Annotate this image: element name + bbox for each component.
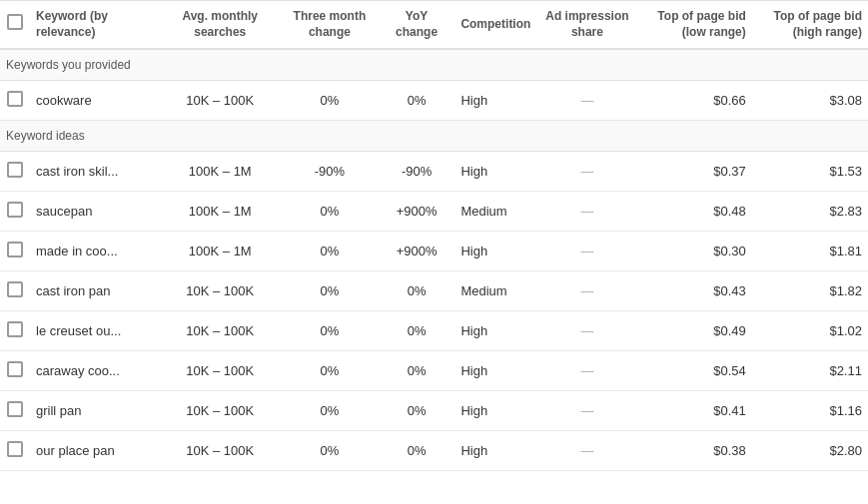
header-bid-high: Top of page bid (high range): [752, 1, 868, 50]
row-yoy: +900%: [379, 232, 455, 271]
row-bid-high: $2.80: [752, 431, 868, 471]
row-checkbox[interactable]: [7, 361, 23, 377]
header-bid-low: Top of page bid (low range): [638, 1, 752, 50]
row-checkbox-cell: [0, 81, 30, 121]
section-label: Keywords you provided: [0, 49, 868, 81]
row-ad-impression: —: [536, 271, 637, 311]
row-bid-low: $0.37: [638, 152, 752, 192]
row-checkbox-cell: [0, 192, 30, 232]
row-three-month: 0%: [281, 81, 379, 121]
header-checkbox-col: [0, 1, 30, 50]
row-keyword: le creuset ou...: [30, 311, 159, 351]
header-yoy: YoY change: [379, 1, 455, 50]
row-three-month: 0%: [281, 391, 379, 431]
row-yoy: +900%: [379, 192, 455, 232]
row-bid-high: $1.02: [752, 311, 868, 351]
section-label: Keyword ideas: [0, 121, 868, 152]
table-row: cast iron skil... 100K – 1M -90% -90% Hi…: [0, 152, 868, 192]
row-checkbox-cell: [0, 351, 30, 391]
row-bid-low: $0.66: [638, 81, 752, 121]
row-monthly: 100K – 1M: [159, 232, 281, 271]
row-checkbox[interactable]: [7, 321, 23, 337]
row-bid-low: $0.48: [638, 192, 752, 232]
row-competition: High: [454, 232, 536, 271]
row-ad-impression: —: [536, 192, 637, 232]
table-row: cast iron pan 10K – 100K 0% 0% Medium — …: [0, 271, 868, 311]
row-checkbox-cell: [0, 152, 30, 192]
row-keyword: caraway coo...: [30, 351, 159, 391]
row-keyword: saucepan: [30, 192, 159, 232]
row-yoy: 0%: [379, 431, 455, 471]
row-three-month: 0%: [281, 311, 379, 351]
row-competition: High: [454, 391, 536, 431]
row-competition: Medium: [454, 192, 536, 232]
row-checkbox[interactable]: [7, 91, 23, 107]
keyword-table: Keyword (by relevance) Avg. monthly sear…: [0, 0, 868, 471]
row-checkbox[interactable]: [7, 401, 23, 417]
table-row: made in coo... 100K – 1M 0% +900% High —…: [0, 232, 868, 271]
row-bid-low: $0.38: [638, 431, 752, 471]
row-monthly: 10K – 100K: [159, 431, 281, 471]
row-competition: High: [454, 81, 536, 121]
row-bid-high: $1.53: [752, 152, 868, 192]
select-all-checkbox[interactable]: [7, 14, 23, 30]
row-yoy: 0%: [379, 311, 455, 351]
row-bid-high: $1.81: [752, 232, 868, 271]
row-yoy: 0%: [379, 81, 455, 121]
row-ad-impression: —: [536, 152, 637, 192]
section-header-row: Keywords you provided: [0, 49, 868, 81]
row-three-month: 0%: [281, 192, 379, 232]
row-checkbox[interactable]: [7, 162, 23, 178]
row-bid-low: $0.30: [638, 232, 752, 271]
row-monthly: 10K – 100K: [159, 311, 281, 351]
row-checkbox[interactable]: [7, 242, 23, 257]
row-keyword: cookware: [30, 81, 159, 121]
row-checkbox[interactable]: [7, 281, 23, 297]
row-checkbox-cell: [0, 271, 30, 311]
row-ad-impression: —: [536, 431, 637, 471]
row-keyword: cast iron skil...: [30, 152, 159, 192]
row-checkbox[interactable]: [7, 441, 23, 457]
row-bid-low: $0.43: [638, 271, 752, 311]
row-keyword: made in coo...: [30, 232, 159, 271]
row-yoy: -90%: [379, 152, 455, 192]
row-keyword: grill pan: [30, 391, 159, 431]
row-yoy: 0%: [379, 351, 455, 391]
table-row: our place pan 10K – 100K 0% 0% High — $0…: [0, 431, 868, 471]
header-monthly: Avg. monthly searches: [159, 1, 281, 50]
row-ad-impression: —: [536, 391, 637, 431]
row-three-month: 0%: [281, 232, 379, 271]
row-bid-high: $1.82: [752, 271, 868, 311]
row-monthly: 10K – 100K: [159, 81, 281, 121]
row-monthly: 100K – 1M: [159, 152, 281, 192]
table-row: caraway coo... 10K – 100K 0% 0% High — $…: [0, 351, 868, 391]
row-competition: Medium: [454, 271, 536, 311]
section-header-row: Keyword ideas: [0, 121, 868, 152]
row-yoy: 0%: [379, 391, 455, 431]
row-competition: High: [454, 351, 536, 391]
row-bid-high: $2.83: [752, 192, 868, 232]
header-keyword: Keyword (by relevance): [30, 1, 159, 50]
row-bid-low: $0.49: [638, 311, 752, 351]
row-three-month: 0%: [281, 351, 379, 391]
row-checkbox-cell: [0, 391, 30, 431]
row-ad-impression: —: [536, 311, 637, 351]
row-bid-high: $1.16: [752, 391, 868, 431]
row-checkbox[interactable]: [7, 202, 23, 218]
table-row: cookware 10K – 100K 0% 0% High — $0.66 $…: [0, 81, 868, 121]
row-three-month: 0%: [281, 271, 379, 311]
row-keyword: our place pan: [30, 431, 159, 471]
header-three-month: Three month change: [281, 1, 379, 50]
row-ad-impression: —: [536, 232, 637, 271]
row-keyword: cast iron pan: [30, 271, 159, 311]
row-competition: High: [454, 431, 536, 471]
row-ad-impression: —: [536, 351, 637, 391]
row-bid-high: $3.08: [752, 81, 868, 121]
row-ad-impression: —: [536, 81, 637, 121]
row-checkbox-cell: [0, 232, 30, 271]
row-bid-low: $0.41: [638, 391, 752, 431]
row-checkbox-cell: [0, 431, 30, 471]
row-yoy: 0%: [379, 271, 455, 311]
row-monthly: 100K – 1M: [159, 192, 281, 232]
row-checkbox-cell: [0, 311, 30, 351]
